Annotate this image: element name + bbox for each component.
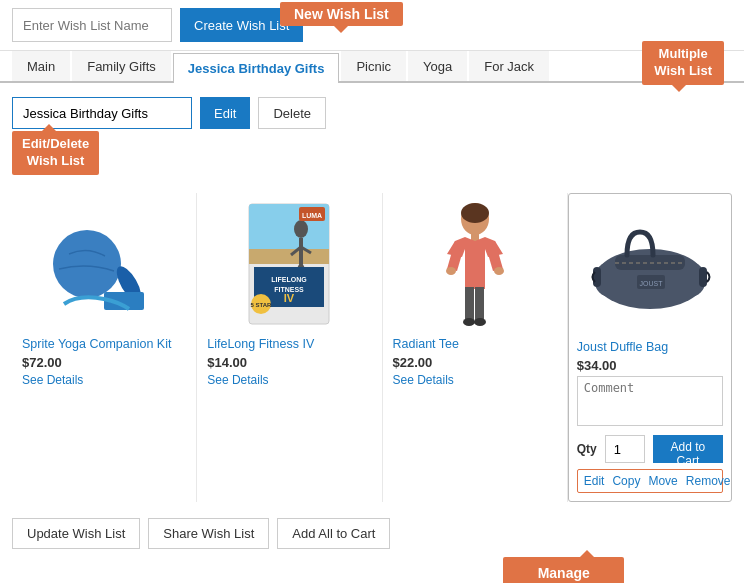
svg-text:JOUST: JOUST: [639, 280, 663, 287]
product-name-bag[interactable]: Joust Duffle Bag: [577, 340, 723, 354]
tab-picnic[interactable]: Picnic: [341, 51, 406, 81]
product-price-yoga-kit: $72.00: [22, 355, 186, 370]
product-comment-input[interactable]: [577, 376, 723, 426]
product-copy-link[interactable]: Copy: [612, 474, 640, 488]
svg-rect-22: [471, 233, 479, 241]
tab-jessica-birthday[interactable]: Jessica Birthday Gifts: [173, 53, 340, 83]
svg-text:IV: IV: [284, 292, 295, 304]
product-image-bag: JOUST: [577, 202, 723, 332]
product-price-bag: $34.00: [577, 358, 723, 373]
svg-text:LIFELONG: LIFELONG: [272, 276, 308, 283]
product-card-yoga-kit: Sprite Yoga Companion Kit $72.00 See Det…: [12, 193, 197, 502]
svg-text:5 STAR: 5 STAR: [251, 302, 273, 308]
tab-yoga[interactable]: Yoga: [408, 51, 467, 81]
product-actions: Edit Copy Move Remove: [584, 474, 716, 488]
update-wish-list-button[interactable]: Update Wish List: [12, 518, 140, 549]
product-image-yoga-kit: [22, 199, 186, 329]
multiple-wish-list-callout: MultipleWish List: [642, 41, 724, 85]
svg-rect-5: [249, 249, 329, 264]
product-price-fitness: $14.00: [207, 355, 371, 370]
product-card-fitness: LIFELONG FITNESS IV LUMA 5 STAR LifeLong…: [197, 193, 382, 502]
product-card-tee: Radiant Tee $22.00 See Details: [383, 193, 568, 502]
svg-point-6: [294, 220, 308, 238]
product-edit-link[interactable]: Edit: [584, 474, 605, 488]
svg-rect-33: [593, 267, 601, 287]
svg-text:LUMA: LUMA: [302, 212, 322, 219]
manage-product-callout: Manageproduct in list: [503, 557, 624, 583]
product-action-bar: Edit Copy Move Remove: [577, 469, 723, 493]
product-price-tee: $22.00: [393, 355, 557, 370]
svg-point-21: [461, 203, 489, 223]
tab-main[interactable]: Main: [12, 51, 70, 81]
add-to-cart-button[interactable]: Add to Cart: [653, 435, 723, 463]
product-image-fitness: LIFELONG FITNESS IV LUMA 5 STAR: [207, 199, 371, 329]
svg-point-0: [53, 230, 121, 298]
edit-wish-list-button[interactable]: Edit: [200, 97, 250, 129]
top-bar: Create Wish List New Wish List: [0, 0, 744, 51]
svg-rect-23: [465, 287, 474, 322]
edit-delete-callout: Edit/DeleteWish List: [12, 131, 99, 175]
qty-row: Qty Add to Cart: [577, 435, 723, 463]
product-image-tee: [393, 199, 557, 329]
product-remove-link[interactable]: Remove: [686, 474, 731, 488]
product-card-bag-wrapper: JOUST Joust Duffle Bag $34.00 Qty Add to…: [568, 193, 732, 502]
see-details-fitness[interactable]: See Details: [207, 373, 371, 387]
tab-family-gifts[interactable]: Family Gifts: [72, 51, 171, 81]
tab-for-jack[interactable]: For Jack: [469, 51, 549, 81]
svg-point-27: [463, 318, 475, 326]
action-bar: Update Wish List Share Wish List Add All…: [0, 510, 744, 557]
share-wish-list-button[interactable]: Share Wish List: [148, 518, 269, 549]
product-name-tee[interactable]: Radiant Tee: [393, 337, 557, 351]
product-name-fitness[interactable]: LifeLong Fitness IV: [207, 337, 371, 351]
delete-wish-list-button[interactable]: Delete: [258, 97, 326, 129]
see-details-tee[interactable]: See Details: [393, 373, 557, 387]
svg-rect-24: [475, 287, 484, 322]
products-grid: Sprite Yoga Companion Kit $72.00 See Det…: [0, 181, 744, 508]
tabs-bar: Main Family Gifts Jessica Birthday Gifts…: [0, 51, 744, 83]
see-details-yoga-kit[interactable]: See Details: [22, 373, 186, 387]
wish-list-name-input[interactable]: [12, 8, 172, 42]
qty-input[interactable]: [605, 435, 645, 463]
product-move-link[interactable]: Move: [648, 474, 677, 488]
add-all-to-cart-button[interactable]: Add All to Cart: [277, 518, 390, 549]
svg-rect-34: [699, 267, 707, 287]
product-card-bag: JOUST Joust Duffle Bag $34.00 Qty Add to…: [568, 193, 732, 502]
svg-point-25: [446, 267, 456, 275]
product-name-yoga-kit[interactable]: Sprite Yoga Companion Kit: [22, 337, 186, 351]
wish-list-name-edit-input[interactable]: [12, 97, 192, 129]
svg-point-26: [494, 267, 504, 275]
svg-point-28: [474, 318, 486, 326]
edit-delete-row: Edit Delete Edit/DeleteWish List: [0, 87, 744, 135]
new-wish-list-callout: New Wish List: [280, 2, 403, 26]
qty-label: Qty: [577, 442, 597, 456]
